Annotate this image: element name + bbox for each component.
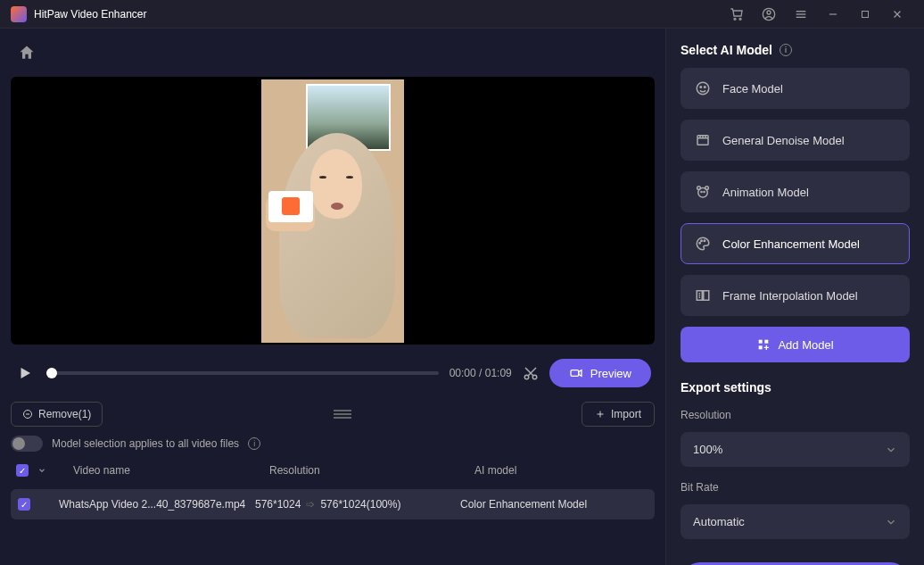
model-animation[interactable]: Animation Model bbox=[681, 171, 910, 212]
apply-all-toggle[interactable] bbox=[11, 436, 43, 452]
add-model-button[interactable]: Add Model bbox=[681, 327, 910, 362]
preview-label: Preview bbox=[590, 367, 631, 380]
row-src-res: 576*1024 bbox=[255, 498, 301, 511]
model-color[interactable]: Color Enhancement Model bbox=[681, 223, 910, 264]
svg-point-28 bbox=[705, 187, 709, 190]
bitrate-dropdown[interactable]: Automatic bbox=[681, 504, 910, 539]
svg-point-29 bbox=[701, 191, 702, 192]
resolution-label: Resolution bbox=[681, 409, 910, 421]
preview-button[interactable]: Preview bbox=[549, 359, 651, 387]
row-out-res: 576*1024(100%) bbox=[320, 498, 400, 511]
model-denoise-label: General Denoise Model bbox=[722, 134, 845, 147]
drag-handle-icon[interactable] bbox=[334, 410, 351, 419]
svg-point-20 bbox=[705, 87, 706, 88]
import-button[interactable]: Import bbox=[582, 402, 655, 427]
home-icon[interactable] bbox=[18, 44, 36, 62]
svg-point-18 bbox=[697, 82, 709, 95]
minimize-button[interactable] bbox=[817, 0, 849, 29]
model-frame[interactable]: Frame Interpolation Model bbox=[681, 275, 910, 316]
app-title: HitPaw Video Enhancer bbox=[34, 8, 147, 21]
remove-button[interactable]: Remove(1) bbox=[11, 402, 103, 427]
app-logo bbox=[11, 6, 27, 22]
export-settings-title: Export settings bbox=[681, 380, 771, 395]
model-face[interactable]: Face Model bbox=[681, 68, 910, 109]
arrow-icon: ➩ bbox=[306, 498, 315, 511]
svg-point-30 bbox=[704, 191, 705, 192]
svg-point-33 bbox=[704, 240, 705, 242]
model-color-label: Color Enhancement Model bbox=[722, 237, 860, 251]
camera-icon bbox=[569, 366, 583, 380]
grid-plus-icon bbox=[756, 337, 771, 352]
chevron-down-icon[interactable] bbox=[37, 466, 46, 475]
interpolation-icon bbox=[694, 287, 712, 304]
play-button[interactable] bbox=[14, 362, 36, 384]
info-icon[interactable]: i bbox=[248, 437, 260, 450]
model-face-label: Face Model bbox=[722, 82, 783, 96]
svg-rect-35 bbox=[704, 291, 709, 301]
svg-rect-41 bbox=[759, 345, 763, 349]
account-icon[interactable] bbox=[753, 0, 785, 29]
svg-point-0 bbox=[734, 18, 736, 20]
svg-point-31 bbox=[699, 243, 701, 245]
svg-rect-13 bbox=[571, 370, 579, 377]
select-model-title: Select AI Model bbox=[681, 43, 772, 57]
select-all-checkbox[interactable] bbox=[16, 464, 29, 477]
model-anim-label: Animation Model bbox=[722, 186, 809, 199]
remove-label: Remove(1) bbox=[38, 408, 91, 420]
minus-circle-icon bbox=[22, 409, 33, 420]
add-model-label: Add Model bbox=[778, 338, 833, 352]
svg-rect-40 bbox=[765, 340, 769, 344]
table-row[interactable]: WhatsApp Video 2...40_8379687e.mp4 576*1… bbox=[11, 489, 655, 519]
face-icon bbox=[694, 79, 712, 97]
toggle-label: Model selection applies to all video fil… bbox=[52, 437, 239, 450]
resolution-dropdown[interactable]: 100% bbox=[681, 432, 910, 467]
bear-icon bbox=[694, 183, 712, 201]
bitrate-value: Automatic bbox=[693, 515, 745, 528]
maximize-button[interactable] bbox=[849, 0, 881, 29]
svg-point-1 bbox=[739, 18, 741, 20]
time-display: 00:00 / 01:09 bbox=[450, 367, 512, 379]
bitrate-label: Bit Rate bbox=[681, 481, 910, 494]
plus-icon bbox=[595, 409, 606, 420]
col-name: Video name bbox=[73, 464, 260, 477]
model-denoise[interactable]: General Denoise Model bbox=[681, 120, 910, 161]
svg-rect-39 bbox=[759, 340, 763, 344]
cut-icon[interactable] bbox=[523, 365, 539, 381]
playhead[interactable] bbox=[46, 368, 57, 378]
svg-point-19 bbox=[700, 87, 702, 88]
svg-point-27 bbox=[697, 187, 701, 190]
close-button[interactable] bbox=[881, 0, 913, 29]
resolution-value: 100% bbox=[693, 443, 722, 456]
palette-icon bbox=[694, 235, 712, 253]
svg-point-3 bbox=[767, 11, 771, 14]
col-model: AI model bbox=[474, 464, 649, 477]
chevron-down-icon bbox=[885, 444, 897, 456]
row-checkbox[interactable] bbox=[18, 498, 30, 511]
table-header: Video name Resolution AI model bbox=[11, 461, 655, 480]
svg-point-32 bbox=[701, 240, 703, 242]
chevron-down-icon bbox=[885, 516, 897, 528]
import-label: Import bbox=[611, 408, 641, 420]
film-icon bbox=[694, 131, 712, 149]
info-icon[interactable]: i bbox=[780, 44, 792, 56]
svg-rect-8 bbox=[862, 11, 869, 17]
col-resolution: Resolution bbox=[269, 464, 466, 477]
cart-icon[interactable] bbox=[721, 0, 753, 29]
model-frame-label: Frame Interpolation Model bbox=[722, 289, 858, 303]
row-model: Color Enhancement Model bbox=[460, 498, 649, 511]
menu-icon[interactable] bbox=[785, 0, 817, 29]
row-name: WhatsApp Video 2...40_8379687e.mp4 bbox=[59, 498, 246, 511]
video-preview bbox=[11, 77, 655, 345]
timeline-slider[interactable] bbox=[46, 371, 439, 375]
